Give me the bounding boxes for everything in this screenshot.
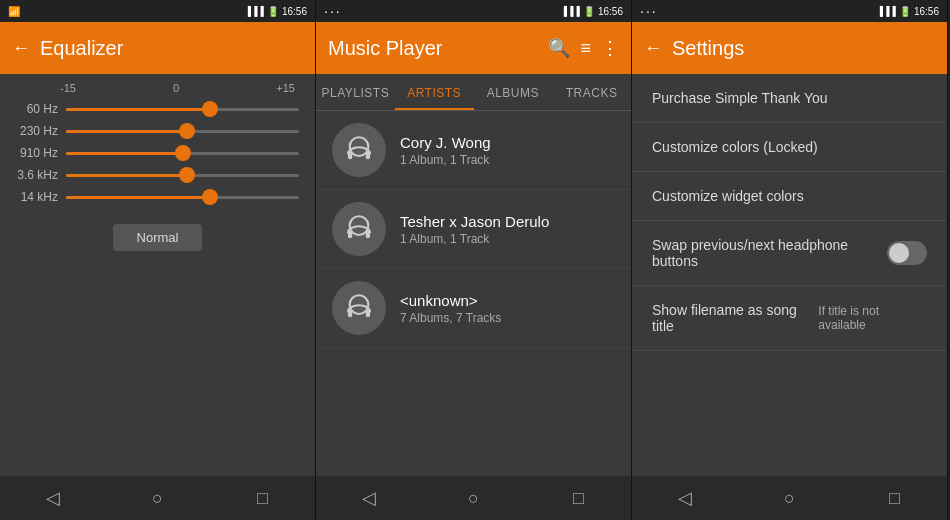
status-bar-eq: 📶 ▐▐▐ 🔋 16:56 <box>0 0 315 22</box>
settings-label: Swap previous/next headphone buttons <box>652 237 887 269</box>
time-eq: 16:56 <box>282 6 307 17</box>
settings-item[interactable]: Customize colors (Locked) <box>632 123 947 172</box>
settings-item[interactable]: Purchase Simple Thank You <box>632 74 947 123</box>
dots-icon-mp: ··· <box>324 3 342 19</box>
status-left-mp: ··· <box>324 3 342 19</box>
nav-back-st[interactable]: ◁ <box>663 476 707 520</box>
back-button-st[interactable]: ← <box>644 38 662 59</box>
toggle-knob <box>889 243 909 263</box>
nav-square-eq[interactable]: □ <box>241 476 285 520</box>
more-icon[interactable]: ⋮ <box>601 37 619 59</box>
settings-label: Purchase Simple Thank You <box>652 90 828 106</box>
toggle-switch[interactable] <box>887 241 927 265</box>
artist-name: <unknown> <box>400 292 501 309</box>
eq-slider-track[interactable] <box>66 130 299 133</box>
tabs-bar: PLAYLISTSARTISTSALBUMSTRACKS <box>316 74 631 111</box>
artist-meta: 1 Album, 1 Track <box>400 153 491 167</box>
artist-item[interactable]: <unknown>7 Albums, 7 Tracks <box>316 269 631 348</box>
eq-row: 230 Hz <box>0 120 315 142</box>
search-icon[interactable]: 🔍 <box>548 37 570 59</box>
settings-panel: ··· ▐▐▐ 🔋 16:56 ← Settings Purchase Simp… <box>632 0 948 520</box>
eq-scale-min: -15 <box>60 82 76 94</box>
equalizer-panel: 📶 ▐▐▐ 🔋 16:56 ← Equalizer -15 0 +15 60 H… <box>0 0 316 520</box>
status-left-st: ··· <box>640 3 658 19</box>
artist-info: Cory J. Wong1 Album, 1 Track <box>400 134 491 167</box>
artist-avatar <box>332 281 386 335</box>
tab-albums[interactable]: ALBUMS <box>474 74 553 110</box>
eq-slider-track[interactable] <box>66 152 299 155</box>
nav-home-st[interactable]: ○ <box>768 476 812 520</box>
nav-back-mp[interactable]: ◁ <box>347 476 391 520</box>
eq-band-label: 60 Hz <box>16 102 58 116</box>
signal-icon: ▐▐▐ <box>245 6 264 16</box>
artist-list: Cory J. Wong1 Album, 1 Track Tesher x Ja… <box>316 111 631 476</box>
eq-slider-thumb[interactable] <box>179 167 195 183</box>
eq-preset-button[interactable]: Normal <box>113 224 203 251</box>
eq-band-label: 14 kHz <box>16 190 58 204</box>
artist-avatar <box>332 123 386 177</box>
status-left: 📶 <box>8 6 20 17</box>
eq-slider-fill <box>66 152 183 155</box>
artist-info: Tesher x Jason Derulo1 Album, 1 Track <box>400 213 549 246</box>
settings-list: Purchase Simple Thank YouCustomize color… <box>632 74 947 476</box>
eq-scale-max: +15 <box>276 82 295 94</box>
eq-scale: -15 0 +15 <box>0 74 315 98</box>
eq-slider-fill <box>66 130 187 133</box>
time-mp: 16:56 <box>598 6 623 17</box>
settings-item[interactable]: Show filename as song titleIf title is n… <box>632 286 947 351</box>
tab-tracks[interactable]: TRACKS <box>552 74 631 110</box>
eq-slider-thumb[interactable] <box>179 123 195 139</box>
eq-slider-thumb[interactable] <box>202 101 218 117</box>
eq-scale-mid: 0 <box>173 82 179 94</box>
status-bar-st: ··· ▐▐▐ 🔋 16:56 <box>632 0 947 22</box>
mp-top-bar: Music Player 🔍 ≡ ⋮ <box>316 22 631 74</box>
nav-square-mp[interactable]: □ <box>557 476 601 520</box>
artist-meta: 1 Album, 1 Track <box>400 232 549 246</box>
status-right-st: ▐▐▐ 🔋 16:56 <box>877 6 939 17</box>
eq-slider-fill <box>66 108 210 111</box>
eq-band-label: 3.6 kHz <box>16 168 58 182</box>
battery-icon-st: 🔋 <box>899 6 911 17</box>
eq-row: 14 kHz <box>0 186 315 208</box>
nav-bar-mp: ◁ ○ □ <box>316 476 631 520</box>
status-right: ▐▐▐ 🔋 16:56 <box>245 6 307 17</box>
dots-icon-st: ··· <box>640 3 658 19</box>
settings-label: Show filename as song title <box>652 302 818 334</box>
tab-playlists[interactable]: PLAYLISTS <box>316 74 395 110</box>
eq-slider-track[interactable] <box>66 196 299 199</box>
settings-value: If title is not available <box>818 304 927 332</box>
eq-slider-thumb[interactable] <box>202 189 218 205</box>
eq-content: -15 0 +15 60 Hz230 Hz910 Hz3.6 kHz14 kHz… <box>0 74 315 476</box>
eq-row: 910 Hz <box>0 142 315 164</box>
eq-top-bar: ← Equalizer <box>0 22 315 74</box>
settings-label: Customize colors (Locked) <box>652 139 818 155</box>
artist-meta: 7 Albums, 7 Tracks <box>400 311 501 325</box>
artist-item[interactable]: Tesher x Jason Derulo1 Album, 1 Track <box>316 190 631 269</box>
nav-home-mp[interactable]: ○ <box>452 476 496 520</box>
status-bar-mp: ··· ▐▐▐ 🔋 16:56 <box>316 0 631 22</box>
eq-band-label: 910 Hz <box>16 146 58 160</box>
artist-name: Tesher x Jason Derulo <box>400 213 549 230</box>
battery-icon: 🔋 <box>267 6 279 17</box>
nav-square-st[interactable]: □ <box>873 476 917 520</box>
eq-slider-thumb[interactable] <box>175 145 191 161</box>
nav-bar-st: ◁ ○ □ <box>632 476 947 520</box>
settings-item[interactable]: Customize widget colors <box>632 172 947 221</box>
wifi-icon: 📶 <box>8 6 20 17</box>
nav-home-eq[interactable]: ○ <box>136 476 180 520</box>
tab-artists[interactable]: ARTISTS <box>395 74 474 110</box>
eq-slider-track[interactable] <box>66 108 299 111</box>
mp-title: Music Player <box>328 37 538 60</box>
artist-item[interactable]: Cory J. Wong1 Album, 1 Track <box>316 111 631 190</box>
eq-row: 3.6 kHz <box>0 164 315 186</box>
eq-slider-track[interactable] <box>66 174 299 177</box>
artist-info: <unknown>7 Albums, 7 Tracks <box>400 292 501 325</box>
settings-item[interactable]: Swap previous/next headphone buttons <box>632 221 947 286</box>
eq-slider-fill <box>66 174 187 177</box>
artist-name: Cory J. Wong <box>400 134 491 151</box>
filter-icon[interactable]: ≡ <box>580 38 591 59</box>
nav-back-eq[interactable]: ◁ <box>31 476 75 520</box>
nav-bar-eq: ◁ ○ □ <box>0 476 315 520</box>
back-button-eq[interactable]: ← <box>12 38 30 59</box>
eq-band-label: 230 Hz <box>16 124 58 138</box>
